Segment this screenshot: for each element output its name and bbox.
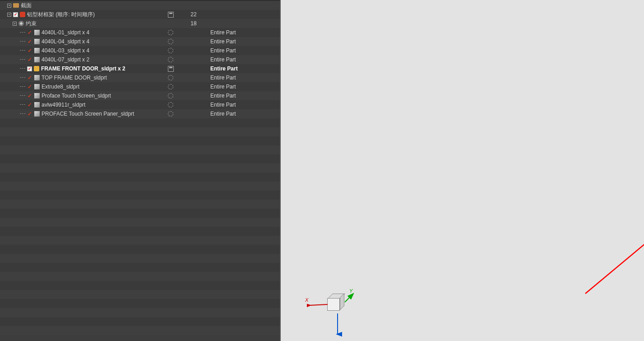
check-icon: ✓ xyxy=(27,29,32,36)
check-icon: ✓ xyxy=(27,47,32,54)
tree-row[interactable]: +截面 xyxy=(0,1,280,10)
tree-row-empty xyxy=(0,236,280,245)
tree-branch-icon xyxy=(20,93,25,98)
annotation-arrow xyxy=(576,194,644,298)
assembly-tree-panel: 信息 关 包 数量 对象集 +截面+铝型材框架 (顺序: 时间顺序)22+约束1… xyxy=(0,0,280,341)
tree-branch-icon xyxy=(20,102,25,107)
assembly-icon xyxy=(20,12,25,17)
row-status-cell xyxy=(165,100,176,109)
tree-row[interactable]: ✓4040L-01_sldprt x 4Entire Part xyxy=(0,28,280,37)
row-status-cell xyxy=(165,55,176,64)
part-icon xyxy=(34,102,40,107)
tree-item-label: 约束 xyxy=(26,20,37,28)
tree-branch-icon xyxy=(20,39,25,44)
row-mode-cell xyxy=(210,10,273,19)
tree-row-empty xyxy=(0,209,280,218)
svg-line-31 xyxy=(345,294,353,302)
row-qty-cell: 18 xyxy=(182,19,205,28)
check-icon: ✓ xyxy=(27,84,32,90)
tree-row[interactable]: ✓4040L-03_sldprt x 4Entire Part xyxy=(0,46,280,55)
tree-row[interactable]: ✓Extrude8_sldprtEntire Part xyxy=(0,82,280,91)
check-icon: ✓ xyxy=(27,111,32,117)
checkbox-icon[interactable] xyxy=(13,12,18,17)
tree-row-empty xyxy=(0,254,280,263)
row-qty-cell xyxy=(182,46,205,55)
tree-row-empty xyxy=(0,173,280,182)
display-mode-icon xyxy=(168,48,173,53)
tree-row-empty xyxy=(0,326,280,335)
tree-row[interactable]: ✓PROFACE Touch Screen Paner_sldprtEntire… xyxy=(0,109,280,118)
tree-row[interactable]: ✓Proface Touch Screen_sldprtEntire Part xyxy=(0,91,280,100)
part-icon xyxy=(34,93,40,98)
checkbox-icon[interactable] xyxy=(27,66,32,71)
tree-row[interactable]: ✓4040L-07_sldprt x 2Entire Part xyxy=(0,55,280,64)
tree-row[interactable]: ✓avlw49911r_sldprtEntire Part xyxy=(0,100,280,109)
row-status-cell xyxy=(165,19,176,28)
row-status-cell xyxy=(165,64,176,73)
axis-z-arrow xyxy=(333,313,342,339)
check-icon: ✓ xyxy=(27,102,32,108)
tree-row-empty xyxy=(0,272,280,281)
row-status-cell xyxy=(165,10,176,19)
row-status-cell xyxy=(165,109,176,118)
display-mode-icon xyxy=(168,102,173,107)
svg-line-30 xyxy=(310,304,328,305)
tree-row[interactable]: +约束18 xyxy=(0,19,280,28)
part-active-icon xyxy=(34,66,39,71)
expand-icon[interactable]: + xyxy=(7,4,11,8)
tree-row-empty xyxy=(0,191,280,200)
tree-row-empty xyxy=(0,163,280,173)
part-icon xyxy=(34,75,40,80)
save-icon xyxy=(168,66,174,72)
tree-row-empty xyxy=(0,127,280,136)
svg-line-0 xyxy=(585,203,644,294)
axis-x-label: X xyxy=(305,297,308,303)
row-mode-cell: Entire Part xyxy=(210,28,273,37)
row-mode-cell: Entire Part xyxy=(210,46,273,55)
expand-icon[interactable]: + xyxy=(13,22,17,26)
display-mode-icon xyxy=(168,111,173,117)
tree-branch-icon xyxy=(20,111,25,117)
tree-row-empty xyxy=(0,200,280,209)
tree-row-empty xyxy=(0,245,280,254)
tree-item-label: 4040L-03_sldprt x 4 xyxy=(42,47,89,54)
constraints-icon xyxy=(19,21,24,26)
row-status-cell xyxy=(165,46,176,55)
tree-row-empty xyxy=(0,308,280,317)
display-mode-icon xyxy=(168,39,173,44)
row-mode-cell: Entire Part xyxy=(210,55,273,64)
part-icon xyxy=(34,30,40,35)
display-mode-icon xyxy=(168,93,173,98)
tree-row-empty xyxy=(0,299,280,308)
tree-item-label: 4040L-07_sldprt x 2 xyxy=(42,56,89,63)
row-status-cell xyxy=(165,1,176,10)
tree-row[interactable]: +铝型材框架 (顺序: 时间顺序)22 xyxy=(0,10,280,19)
tree-row[interactable]: ✓TOP FRAME DOOR_sldprtEntire Part xyxy=(0,73,280,82)
row-mode-cell: Entire Part xyxy=(210,37,273,46)
part-icon xyxy=(34,39,40,44)
row-qty-cell xyxy=(182,73,205,82)
axis-cube[interactable] xyxy=(327,294,345,312)
tree-row-empty xyxy=(0,154,280,163)
tree-body: +截面+铝型材框架 (顺序: 时间顺序)22+约束18✓4040L-01_sld… xyxy=(0,1,280,335)
tree-branch-icon xyxy=(20,66,25,71)
tree-item-label: 截面 xyxy=(21,2,32,9)
row-qty-cell: 22 xyxy=(182,10,205,19)
tree-item-label: TOP FRAME DOOR_sldprt xyxy=(42,75,107,81)
row-mode-cell: Entire Part xyxy=(210,64,273,73)
expand-icon[interactable]: + xyxy=(7,13,11,17)
row-mode-cell: Entire Part xyxy=(210,100,273,109)
check-icon: ✓ xyxy=(27,93,32,99)
tree-row-empty xyxy=(0,182,280,191)
display-mode-icon xyxy=(168,75,173,80)
tree-branch-icon xyxy=(20,57,25,62)
row-qty-cell xyxy=(182,37,205,46)
row-qty-cell xyxy=(182,1,205,10)
tree-item-label: avlw49911r_sldprt xyxy=(42,102,85,108)
tree-row[interactable]: FRAME FRONT DOOR_sldprt x 2Entire Part xyxy=(0,64,280,73)
part-icon xyxy=(34,48,40,53)
row-mode-cell xyxy=(210,1,273,10)
3d-viewport[interactable]: X Y xyxy=(280,0,644,341)
folder-icon xyxy=(13,3,19,8)
tree-row[interactable]: ✓4040L-04_sldprt x 4Entire Part xyxy=(0,37,280,46)
